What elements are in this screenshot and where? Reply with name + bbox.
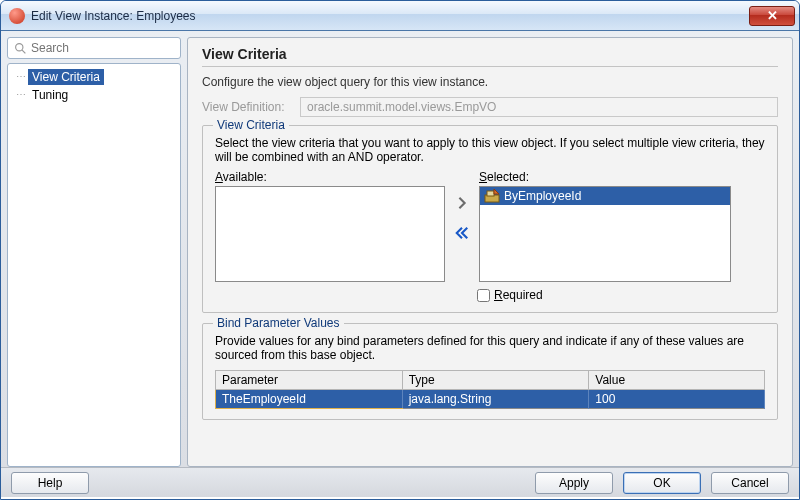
bind-params-table: Parameter Type Value TheEmployeeId java.… [215,370,765,409]
criteria-icon [484,189,500,203]
close-icon: ✕ [767,8,778,23]
view-definition-value: oracle.summit.model.views.EmpVO [300,97,778,117]
svg-marker-4 [494,189,499,194]
nav-item-view-criteria[interactable]: ⋯ View Criteria [12,68,176,86]
selected-item[interactable]: ByEmployeeId [480,187,730,205]
app-icon [9,8,25,24]
close-button[interactable]: ✕ [749,6,795,26]
nav-item-label: View Criteria [28,69,104,85]
svg-rect-3 [487,191,494,196]
cancel-button[interactable]: Cancel [711,472,789,494]
help-button[interactable]: Help [11,472,89,494]
sidebar: ⋯ View Criteria ⋯ Tuning [7,37,181,467]
cell-value: 100 [589,390,765,409]
cell-parameter: TheEmployeeId [216,390,403,409]
nav-item-label: Tuning [28,87,72,103]
selected-listbox[interactable]: ByEmployeeId [479,186,731,282]
search-input[interactable] [31,41,181,55]
view-definition-row: View Definition: oracle.summit.model.vie… [202,97,778,117]
bind-params-fieldset: Bind Parameter Values Provide values for… [202,323,778,420]
available-label: Available: [215,170,445,184]
bind-params-legend: Bind Parameter Values [213,316,344,330]
svg-line-1 [22,50,25,53]
col-value[interactable]: Value [589,371,765,390]
available-listbox[interactable] [215,186,445,282]
chevron-right-icon [455,196,469,210]
apply-button[interactable]: Apply [535,472,613,494]
cell-type: java.lang.String [402,390,589,409]
panel-description: Configure the view object query for this… [202,75,778,89]
bind-params-instructions: Provide values for any bind parameters d… [215,334,765,362]
view-criteria-legend: View Criteria [213,118,289,132]
chevron-double-left-icon [455,226,469,240]
search-icon [14,42,27,55]
buttonbar: Help Apply OK Cancel [1,467,799,497]
col-parameter[interactable]: Parameter [216,371,403,390]
search-field[interactable] [7,37,181,59]
window-title: Edit View Instance: Employees [31,9,196,23]
panel-title: View Criteria [202,46,778,62]
main-panel: View Criteria Configure the view object … [187,37,793,467]
table-row[interactable]: TheEmployeeId java.lang.String 100 [216,390,765,409]
move-right-button[interactable] [453,194,471,212]
view-definition-label: View Definition: [202,100,292,114]
shuttle-arrows [451,170,473,266]
ok-button[interactable]: OK [623,472,701,494]
svg-point-0 [16,43,23,50]
titlebar: Edit View Instance: Employees ✕ [1,1,799,31]
selected-label: Selected: [479,170,731,184]
required-label: Required [494,288,543,302]
view-criteria-fieldset: View Criteria Select the view criteria t… [202,125,778,313]
move-left-button[interactable] [453,224,471,242]
workarea: ⋯ View Criteria ⋯ Tuning View Criteria C… [1,31,799,467]
required-checkbox[interactable] [477,289,490,302]
col-type[interactable]: Type [402,371,589,390]
nav-item-tuning[interactable]: ⋯ Tuning [12,86,176,104]
nav-tree: ⋯ View Criteria ⋯ Tuning [7,63,181,467]
view-criteria-instructions: Select the view criteria that you want t… [215,136,765,164]
selected-item-label: ByEmployeeId [504,189,581,203]
